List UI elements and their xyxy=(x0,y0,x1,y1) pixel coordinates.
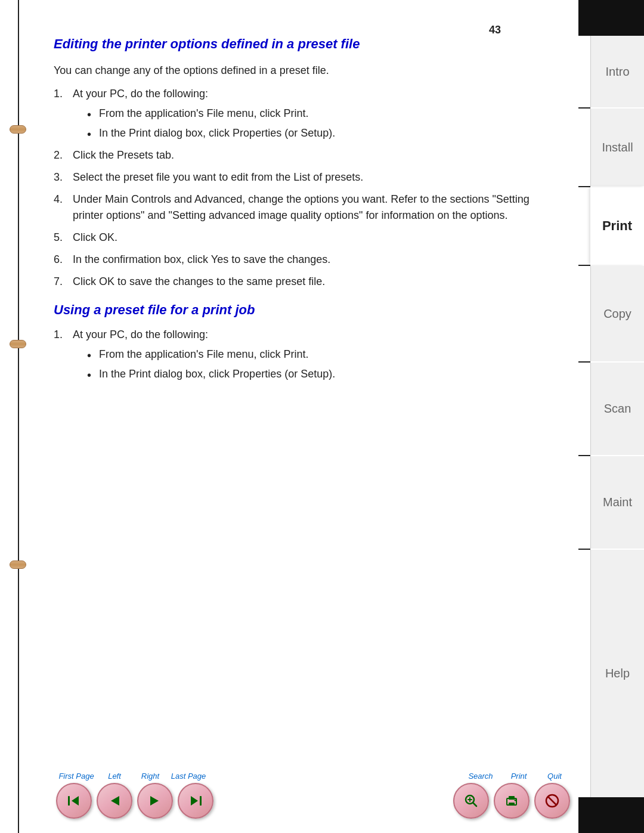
step-6: 6. In the confirmation box, click Yes to… xyxy=(54,252,561,268)
maint-tab-label: Maint xyxy=(603,496,632,509)
svg-rect-4 xyxy=(200,796,202,806)
right-sidebar: Intro Install Print Copy Scan Maint xyxy=(578,0,644,833)
binder-strip xyxy=(0,0,36,833)
bullet-1-2: In the Print dialog box, click Propertie… xyxy=(85,125,561,141)
step-4: 4. Under Main Controls and Advanced, cha… xyxy=(54,191,561,224)
step-1: 1. At your PC, do the following: From th… xyxy=(54,86,561,141)
step-2-num: 2. xyxy=(54,147,63,163)
line-print xyxy=(578,265,590,266)
sidebar-item-print[interactable]: Print xyxy=(590,187,644,265)
sidebar-item-maint[interactable]: Maint xyxy=(590,456,644,549)
label-search: Search xyxy=(460,772,501,781)
copy-tab-label: Copy xyxy=(603,307,631,321)
section1-title: Editing the printer options defined in a… xyxy=(54,36,561,53)
step-7: 7. Click OK to save the changes to the s… xyxy=(54,274,561,290)
svg-rect-0 xyxy=(68,796,70,806)
step-3-num: 3. xyxy=(54,169,63,185)
left-icon xyxy=(106,792,123,809)
first-page-icon xyxy=(66,792,82,809)
line-maint xyxy=(578,549,590,550)
step-1-text: At your PC, do the following: xyxy=(73,88,208,100)
label-print: Print xyxy=(501,772,537,781)
page-number: 43 xyxy=(489,24,501,36)
last-page-button[interactable] xyxy=(178,783,213,819)
print-icon xyxy=(503,792,520,809)
line-install xyxy=(578,186,590,187)
step-1-bullets: From the application's File menu, click … xyxy=(73,106,561,141)
svg-marker-1 xyxy=(72,796,79,806)
binder-ring-top xyxy=(10,125,26,134)
s2-step-1-bullets: From the application's File menu, click … xyxy=(73,346,561,382)
svg-line-7 xyxy=(473,803,476,806)
binder-ring-bot xyxy=(10,561,26,569)
svg-marker-3 xyxy=(150,796,159,806)
s2-step-1: 1. At your PC, do the following: From th… xyxy=(54,327,561,382)
step-3-text: Select the preset file you want to edit … xyxy=(73,171,363,183)
s2-bullet-2: In the Print dialog box, click Propertie… xyxy=(85,366,561,382)
step-7-num: 7. xyxy=(54,274,63,290)
bottom-bar xyxy=(578,797,644,833)
svg-marker-5 xyxy=(191,796,198,806)
install-tab-label: Install xyxy=(602,141,633,154)
section1-intro: You can change any of the options define… xyxy=(54,63,561,79)
step-3: 3. Select the preset file you want to ed… xyxy=(54,169,561,185)
intro-tab-label: Intro xyxy=(605,65,629,79)
main-content: 43 Editing the printer options defined i… xyxy=(36,0,578,833)
section1-steps: 1. At your PC, do the following: From th… xyxy=(54,86,561,290)
step-2-text: Click the Presets tab. xyxy=(73,149,174,161)
line-copy xyxy=(578,361,590,363)
step-4-text: Under Main Controls and Advanced, change… xyxy=(73,193,530,221)
quit-icon xyxy=(544,792,561,809)
label-first-page: First Page xyxy=(56,772,97,781)
svg-rect-12 xyxy=(509,803,515,806)
binder-ring-mid xyxy=(10,340,26,348)
section2-title: Using a preset file for a print job xyxy=(54,302,561,319)
sidebar-item-help[interactable]: Help xyxy=(590,550,644,797)
search-button[interactable] xyxy=(453,783,489,819)
s2-step-1-text: At your PC, do the following: xyxy=(73,329,208,340)
step-5-num: 5. xyxy=(54,230,63,246)
line-intro xyxy=(578,107,590,109)
step-6-num: 6. xyxy=(54,252,63,268)
sidebar-item-install[interactable]: Install xyxy=(590,109,644,186)
quit-button[interactable] xyxy=(534,783,570,819)
label-right: Right xyxy=(132,772,168,781)
help-tab-label: Help xyxy=(605,667,630,680)
s2-bullet-1: From the application's File menu, click … xyxy=(85,346,561,363)
search-icon xyxy=(463,792,479,809)
step-7-text: Click OK to save the changes to the same… xyxy=(73,275,325,287)
label-quit: Quit xyxy=(537,772,572,781)
print-tab-label: Print xyxy=(602,218,632,234)
first-page-button[interactable] xyxy=(56,783,92,819)
section2-steps: 1. At your PC, do the following: From th… xyxy=(54,327,561,382)
nav-labels-row: First Page Left Right Last Page Search P… xyxy=(54,772,572,781)
label-last-page: Last Page xyxy=(168,772,209,781)
svg-point-13 xyxy=(515,800,516,801)
step-6-text: In the confirmation box, click Yes to sa… xyxy=(73,253,330,265)
right-button[interactable] xyxy=(137,783,173,819)
line-scan xyxy=(578,455,590,456)
step-5: 5. Click OK. xyxy=(54,230,561,246)
sidebar-item-copy[interactable]: Copy xyxy=(590,266,644,361)
sidebar-item-scan[interactable]: Scan xyxy=(590,363,644,455)
last-page-icon xyxy=(187,792,204,809)
svg-line-15 xyxy=(549,797,556,804)
svg-rect-11 xyxy=(509,796,515,800)
svg-marker-2 xyxy=(111,796,119,806)
bullet-1-1: From the application's File menu, click … xyxy=(85,106,561,122)
step-2: 2. Click the Presets tab. xyxy=(54,147,561,163)
nav-bar: First Page Left Right Last Page Search P… xyxy=(54,772,572,819)
step-4-num: 4. xyxy=(54,191,63,208)
sidebar-item-intro[interactable]: Intro xyxy=(590,36,644,107)
s2-step-1-num: 1. xyxy=(54,327,63,343)
step-1-num: 1. xyxy=(54,86,63,102)
label-left: Left xyxy=(97,772,132,781)
nav-buttons-row xyxy=(54,783,572,819)
left-button[interactable] xyxy=(97,783,132,819)
scan-tab-label: Scan xyxy=(604,402,631,416)
step-5-text: Click OK. xyxy=(73,231,117,243)
right-icon xyxy=(147,792,163,809)
top-bar xyxy=(578,0,644,36)
print-button[interactable] xyxy=(494,783,530,819)
